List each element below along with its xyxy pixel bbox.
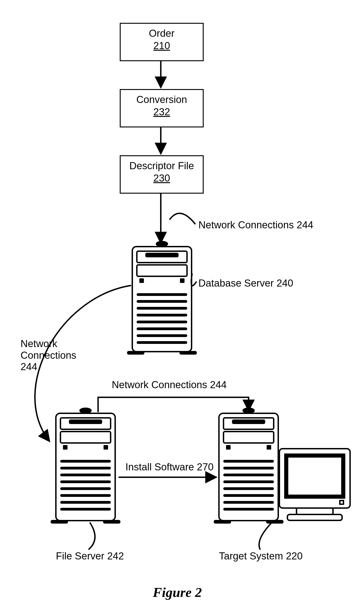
- svg-rect-19: [180, 352, 196, 354]
- svg-rect-42: [227, 446, 230, 449]
- database-server-icon: [128, 242, 196, 354]
- svg-rect-26: [104, 446, 107, 449]
- svg-rect-23: [70, 420, 102, 423]
- file-server-icon: [51, 408, 120, 523]
- leader-targetsystem: [259, 521, 274, 549]
- svg-rect-57: [297, 508, 333, 514]
- svg-rect-24: [60, 432, 111, 443]
- leader-dbserver: [191, 274, 196, 286]
- leader-fileserver: [89, 523, 95, 549]
- target-system-monitor-icon: [279, 449, 350, 520]
- svg-rect-7: [137, 265, 187, 276]
- svg-rect-58: [287, 514, 342, 520]
- svg-rect-53: [267, 521, 283, 523]
- svg-rect-52: [214, 521, 230, 523]
- svg-rect-25: [64, 446, 67, 449]
- svg-rect-43: [267, 446, 271, 449]
- svg-rect-36: [104, 521, 120, 523]
- svg-rect-9: [181, 279, 184, 282]
- svg-rect-55: [286, 456, 343, 497]
- svg-rect-6: [146, 253, 178, 257]
- leader-netconn-top: [170, 213, 195, 224]
- diagram-svg: [0, 0, 364, 614]
- svg-rect-8: [140, 279, 143, 282]
- svg-rect-35: [51, 521, 67, 523]
- arrow-network-file-to-target: [98, 397, 249, 412]
- svg-point-4: [156, 242, 167, 246]
- svg-rect-18: [128, 352, 144, 354]
- svg-rect-41: [223, 432, 274, 443]
- svg-rect-40: [233, 420, 265, 423]
- target-system-tower-icon: [214, 408, 283, 523]
- svg-point-21: [80, 408, 91, 413]
